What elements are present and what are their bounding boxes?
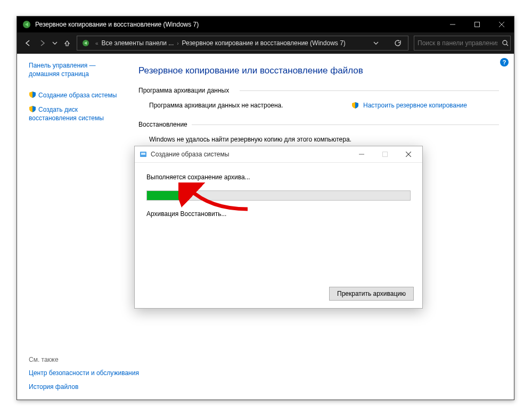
search-box[interactable] <box>414 36 511 51</box>
dialog-icon <box>139 150 148 159</box>
shield-icon <box>29 105 36 113</box>
search-icon[interactable] <box>501 39 510 47</box>
svg-point-6 <box>503 40 507 45</box>
search-input[interactable] <box>414 39 501 47</box>
progress-fill <box>147 191 189 200</box>
sidebar: Панель управления — домашняя страница Со… <box>17 54 124 400</box>
titlebar: Резервное копирование и восстановление (… <box>17 16 514 32</box>
shield-icon <box>29 91 36 98</box>
page-title: Резервное копирование или восстановление… <box>138 65 499 76</box>
window-title: Резервное копирование и восстановление (… <box>35 21 440 28</box>
svg-rect-9 <box>141 153 145 155</box>
breadcrumb-item[interactable]: Все элементы панели ... <box>100 39 176 47</box>
see-also-heading: См. также <box>29 356 139 363</box>
chevron-right-icon[interactable]: › <box>176 40 179 46</box>
address-dropdown-icon[interactable] <box>369 37 383 49</box>
forward-button[interactable] <box>36 37 49 49</box>
svg-line-7 <box>506 44 508 46</box>
link-label: Настроить резервное копирование <box>363 102 467 109</box>
chevron-right-icon: « <box>94 40 100 46</box>
file-history-link[interactable]: История файлов <box>29 383 139 391</box>
dialog-close-button[interactable] <box>397 147 420 162</box>
link-label: Создание образа системы <box>38 92 117 99</box>
up-button[interactable] <box>61 37 73 49</box>
archive-status-text: Программа архивации данных не настроена. <box>149 102 341 109</box>
dialog-minimize-button[interactable] <box>350 147 373 162</box>
progress-subtext: Архивация Восстановить... <box>146 210 411 218</box>
group-heading: Программа архивации данных <box>138 87 499 94</box>
archive-group: Программа архивации данных Программа арх… <box>138 87 499 109</box>
control-panel-home-link[interactable]: Панель управления — домашняя страница <box>29 61 118 78</box>
navbar: « Все элементы панели ... › Резервное ко… <box>17 32 514 54</box>
maximize-button[interactable] <box>465 16 489 32</box>
dialog-maximize-button <box>373 147 397 162</box>
create-recovery-disk-link[interactable]: Создать диск восстановления системы <box>29 105 118 122</box>
configure-backup-link[interactable]: Настроить резервное копирование <box>351 102 467 109</box>
address-bar[interactable]: « Все элементы панели ... › Резервное ко… <box>77 36 408 51</box>
see-also: См. также Центр безопасности и обслужива… <box>29 356 139 391</box>
dialog-body: Выполняется сохранение архива... Архивац… <box>135 163 422 228</box>
progress-bar <box>146 190 411 201</box>
back-button[interactable] <box>21 37 34 49</box>
svg-rect-2 <box>475 22 480 27</box>
location-icon <box>80 39 91 47</box>
security-center-link[interactable]: Центр безопасности и обслуживания <box>29 369 139 377</box>
create-system-image-link[interactable]: Создание образа системы <box>29 91 118 99</box>
restore-group: Восстановление Windows не удалось найти … <box>138 121 499 143</box>
system-image-dialog: Создание образа системы Выполняется сохр… <box>134 146 423 309</box>
svg-rect-11 <box>383 152 388 157</box>
refresh-icon[interactable] <box>390 37 405 49</box>
restore-status-text: Windows не удалось найти резервную копию… <box>138 136 499 143</box>
stop-backup-button[interactable]: Прекратить архивацию <box>329 287 414 301</box>
app-icon <box>22 20 31 29</box>
shield-icon <box>351 102 359 109</box>
breadcrumb-item[interactable]: Резервное копирование и восстановление (… <box>180 39 348 47</box>
dialog-title: Создание образа системы <box>151 151 350 158</box>
group-heading: Восстановление <box>138 121 499 128</box>
dialog-titlebar: Создание образа системы <box>135 146 422 163</box>
progress-status-text: Выполняется сохранение архива... <box>146 173 411 181</box>
close-button[interactable] <box>489 16 514 32</box>
minimize-button[interactable] <box>440 16 465 32</box>
recent-dropdown[interactable] <box>51 37 59 49</box>
link-label: Создать диск восстановления системы <box>29 106 104 122</box>
